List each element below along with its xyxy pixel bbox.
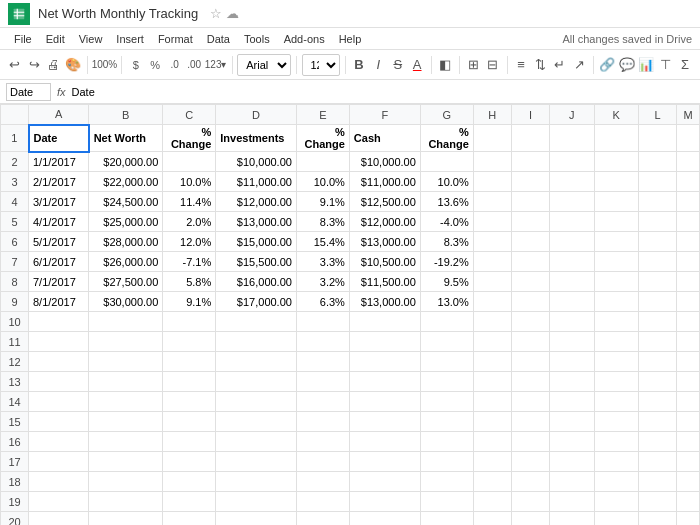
cell-empty[interactable]: [550, 512, 594, 526]
cell-A7[interactable]: 6/1/2017: [29, 252, 89, 272]
cell-F4[interactable]: $12,500.00: [349, 192, 420, 212]
row-header-2[interactable]: 2: [1, 152, 29, 172]
increase-decimal-button[interactable]: .00: [185, 53, 202, 77]
row-header-17[interactable]: 17: [1, 452, 29, 472]
cell-empty[interactable]: [473, 472, 511, 492]
undo-button[interactable]: ↩: [6, 53, 23, 77]
menu-view[interactable]: View: [73, 31, 109, 47]
cell-empty[interactable]: [296, 452, 349, 472]
col-header-E[interactable]: E: [296, 105, 349, 125]
cell-empty[interactable]: [511, 452, 549, 472]
redo-button[interactable]: ↪: [25, 53, 42, 77]
col-header-D[interactable]: D: [216, 105, 297, 125]
print-button[interactable]: 🖨: [45, 53, 62, 77]
cell-empty[interactable]: [550, 352, 594, 372]
cell-K4[interactable]: [594, 192, 638, 212]
col-header-B[interactable]: B: [89, 105, 163, 125]
cell-empty[interactable]: [163, 392, 216, 412]
cell-D4[interactable]: $12,000.00: [216, 192, 297, 212]
cell-L1[interactable]: [639, 125, 677, 152]
cell-empty[interactable]: [89, 452, 163, 472]
cell-D8[interactable]: $16,000.00: [216, 272, 297, 292]
menu-help[interactable]: Help: [333, 31, 368, 47]
cell-M8[interactable]: [677, 272, 700, 292]
cell-G7[interactable]: -19.2%: [420, 252, 473, 272]
cell-empty[interactable]: [677, 372, 700, 392]
text-color-button[interactable]: A: [408, 53, 425, 77]
cell-F2[interactable]: $10,000.00: [349, 152, 420, 172]
cell-empty[interactable]: [296, 492, 349, 512]
cell-H1[interactable]: [473, 125, 511, 152]
cell-G8[interactable]: 9.5%: [420, 272, 473, 292]
cell-empty[interactable]: [29, 392, 89, 412]
cell-H2[interactable]: [473, 152, 511, 172]
cell-empty[interactable]: [89, 432, 163, 452]
cell-D6[interactable]: $15,000.00: [216, 232, 297, 252]
cell-empty[interactable]: [29, 432, 89, 452]
cell-empty[interactable]: [89, 392, 163, 412]
cell-empty[interactable]: [420, 312, 473, 332]
cell-empty[interactable]: [349, 372, 420, 392]
menu-format[interactable]: Format: [152, 31, 199, 47]
cell-M9[interactable]: [677, 292, 700, 312]
col-header-L[interactable]: L: [639, 105, 677, 125]
col-header-K[interactable]: K: [594, 105, 638, 125]
cell-empty[interactable]: [216, 372, 297, 392]
cell-K1[interactable]: [594, 125, 638, 152]
cell-empty[interactable]: [29, 412, 89, 432]
cell-empty[interactable]: [29, 332, 89, 352]
cell-K6[interactable]: [594, 232, 638, 252]
cell-H7[interactable]: [473, 252, 511, 272]
cell-empty[interactable]: [473, 352, 511, 372]
cell-empty[interactable]: [639, 492, 677, 512]
fill-color-button[interactable]: ◧: [437, 53, 454, 77]
cell-empty[interactable]: [677, 432, 700, 452]
cell-empty[interactable]: [349, 352, 420, 372]
number-format-button[interactable]: 123▾: [205, 53, 227, 77]
col-header-I[interactable]: I: [511, 105, 549, 125]
cell-empty[interactable]: [473, 332, 511, 352]
comment-button[interactable]: 💬: [618, 53, 635, 77]
bold-button[interactable]: B: [350, 53, 367, 77]
row-header-14[interactable]: 14: [1, 392, 29, 412]
col-header-C[interactable]: C: [163, 105, 216, 125]
cell-empty[interactable]: [677, 412, 700, 432]
cell-L7[interactable]: [639, 252, 677, 272]
cell-E2[interactable]: [296, 152, 349, 172]
function-button[interactable]: Σ: [676, 53, 693, 77]
row-header-9[interactable]: 9: [1, 292, 29, 312]
wrap-button[interactable]: ↵: [551, 53, 568, 77]
row-header-5[interactable]: 5: [1, 212, 29, 232]
cell-empty[interactable]: [349, 432, 420, 452]
cell-C7[interactable]: -7.1%: [163, 252, 216, 272]
cell-J4[interactable]: [550, 192, 594, 212]
cell-J8[interactable]: [550, 272, 594, 292]
cell-H9[interactable]: [473, 292, 511, 312]
cell-M3[interactable]: [677, 172, 700, 192]
cell-C5[interactable]: 2.0%: [163, 212, 216, 232]
row-header-13[interactable]: 13: [1, 372, 29, 392]
cell-L8[interactable]: [639, 272, 677, 292]
cell-empty[interactable]: [89, 352, 163, 372]
percent-button[interactable]: %: [147, 53, 164, 77]
cell-L2[interactable]: [639, 152, 677, 172]
cell-empty[interactable]: [163, 352, 216, 372]
cell-empty[interactable]: [216, 412, 297, 432]
cell-empty[interactable]: [296, 332, 349, 352]
menu-tools[interactable]: Tools: [238, 31, 276, 47]
cell-empty[interactable]: [550, 392, 594, 412]
cell-empty[interactable]: [677, 512, 700, 526]
cell-C2[interactable]: [163, 152, 216, 172]
cell-J7[interactable]: [550, 252, 594, 272]
row-header-19[interactable]: 19: [1, 492, 29, 512]
cell-empty[interactable]: [677, 392, 700, 412]
cell-empty[interactable]: [349, 412, 420, 432]
cell-B2[interactable]: $20,000.00: [89, 152, 163, 172]
cell-empty[interactable]: [89, 512, 163, 526]
cell-I4[interactable]: [511, 192, 549, 212]
cell-K9[interactable]: [594, 292, 638, 312]
cell-empty[interactable]: [550, 372, 594, 392]
cell-E4[interactable]: 9.1%: [296, 192, 349, 212]
cell-empty[interactable]: [550, 472, 594, 492]
cell-M5[interactable]: [677, 212, 700, 232]
